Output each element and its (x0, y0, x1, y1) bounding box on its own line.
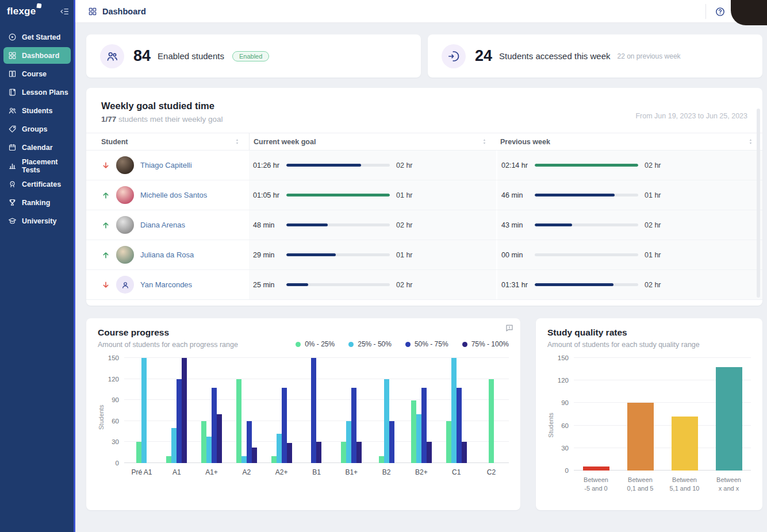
student-name[interactable]: Juliana da Rosa (140, 250, 194, 259)
column-label: Student (101, 138, 128, 146)
table-header: Student Current week goal Previous week (86, 133, 762, 151)
notebook-icon (7, 88, 17, 97)
legend-item-75-100[interactable]: 75% - 100% (462, 340, 509, 348)
grad-cap-icon (7, 217, 17, 226)
column-label: Current week goal (254, 138, 316, 146)
sidebar-scrollbar[interactable] (74, 0, 75, 532)
sidebar-item-dashboard[interactable]: Dashboard (3, 47, 71, 64)
sidebar-nav: Get StartedDashboardCourseLesson PlansSt… (0, 29, 75, 229)
study-quality-chart: Students 0306090120150 Between-5 and 0Be… (547, 358, 751, 493)
bar (236, 379, 241, 463)
sidebar-item-get-started[interactable]: Get Started (3, 29, 71, 45)
bar (182, 358, 187, 463)
goal-progress-cell: 01:31 hr02 hr (496, 270, 762, 299)
bar-group (404, 358, 439, 463)
student-name[interactable]: Michelle dos Santos (140, 191, 207, 199)
bar (201, 421, 206, 463)
bar (356, 442, 362, 463)
weekly-goal-subtitle-text: students met their weekly goal (116, 115, 223, 124)
y-axis-label: Students (547, 358, 555, 493)
sort-icon[interactable] (481, 138, 488, 145)
sidebar-item-label: Students (22, 107, 52, 115)
sidebar-item-university[interactable]: University (3, 213, 71, 229)
bar (171, 428, 177, 463)
x-tick-label: Between0,1 and 5 (618, 476, 662, 493)
bar (177, 379, 182, 463)
column-header-current-week[interactable]: Current week goal (249, 133, 496, 150)
weekly-goal-title: Weekly goal studied time (101, 101, 223, 111)
bar-groups (124, 358, 509, 463)
y-tick-label: 0 (565, 467, 569, 474)
avatar (116, 156, 134, 174)
sidebar-item-course[interactable]: Course (3, 65, 71, 82)
bar-group (707, 358, 751, 471)
progress-bar-track (535, 194, 638, 196)
sidebar-item-certificates[interactable]: Certificates (3, 176, 71, 192)
column-header-student[interactable]: Student (86, 133, 249, 150)
sidebar-item-label: Course (22, 70, 47, 78)
bar (672, 417, 698, 471)
legend-item-50-75[interactable]: 50% - 75% (405, 340, 448, 348)
sidebar-item-calendar[interactable]: Calendar (3, 139, 71, 156)
feedback-icon[interactable] (505, 323, 514, 333)
progress-bar-track (535, 253, 638, 256)
bar-group (439, 358, 474, 463)
goal-progress-cell: 02:14 hr02 hr (496, 151, 762, 180)
sidebar-item-groups[interactable]: Groups (3, 121, 71, 137)
student-name[interactable]: Yan Marcondes (140, 280, 192, 289)
progress-bar-track (286, 194, 390, 196)
sort-icon[interactable] (747, 138, 754, 145)
study-quality-title: Study quality rates (547, 327, 700, 338)
goal-value: 02 hr (396, 221, 413, 229)
bar-group (369, 358, 404, 463)
x-tick-label: Betweenx and x (707, 476, 751, 493)
sidebar-item-students[interactable]: Students (3, 102, 71, 119)
goal-progress-cell: 43 min02 hr (496, 210, 762, 240)
legend-item-25-50[interactable]: 25% - 50% (348, 340, 392, 348)
student-name[interactable]: Diana Arenas (140, 221, 185, 229)
progress-bar-fill (286, 283, 308, 286)
avatar (116, 186, 134, 204)
goal-value: 02 hr (645, 161, 661, 169)
goal-progress-cell: 29 min01 hr (249, 240, 496, 269)
bar (462, 442, 467, 463)
legend-item-0-25[interactable]: 0% - 25% (296, 340, 335, 348)
bar (247, 421, 252, 463)
bar (287, 443, 292, 463)
y-tick-label: 120 (108, 376, 119, 383)
weekly-goal-subtitle: 1/77 students met their weekly goal (101, 115, 223, 124)
sidebar-item-label: Certificates (22, 180, 61, 188)
course-progress-header: Course progress Amount of students for e… (98, 327, 509, 349)
topbar-divider (705, 4, 706, 19)
progress-bar-track (286, 283, 390, 286)
y-tick-label: 30 (561, 445, 569, 452)
studied-time-value: 29 min (253, 251, 286, 259)
sidebar-item-ranking[interactable]: Ranking (3, 194, 71, 211)
enabled-students-card: 84 Enabled students Enabled (86, 34, 421, 78)
studied-time-value: 01:26 hr (253, 161, 286, 169)
charts-row: Course progress Amount of students for e… (86, 318, 762, 510)
progress-bar-fill (535, 223, 572, 226)
student-name[interactable]: Thiago Capitelli (140, 161, 192, 169)
bar (379, 456, 384, 463)
studied-time-value: 01:31 hr (501, 281, 535, 289)
sidebar-item-lesson-plans[interactable]: Lesson Plans (3, 84, 71, 101)
trophy-icon (7, 198, 17, 207)
y-tick-label: 150 (558, 354, 569, 361)
course-progress-card: Course progress Amount of students for e… (86, 318, 520, 510)
help-icon[interactable] (715, 6, 726, 17)
avatar[interactable] (731, 0, 767, 25)
table-scrollbar[interactable] (757, 109, 760, 298)
bar (427, 442, 432, 463)
sort-icon[interactable] (233, 138, 241, 145)
people-icon (7, 106, 17, 115)
progress-bar-fill (286, 194, 390, 196)
sidebar-collapse-icon[interactable] (59, 6, 70, 17)
progress-bar-track (535, 223, 638, 226)
bar (421, 388, 427, 463)
studied-time-value: 43 min (501, 221, 535, 229)
avatar (116, 216, 134, 234)
sidebar-item-label: Calendar (22, 144, 53, 152)
column-header-previous-week[interactable]: Previous week (496, 133, 762, 150)
sidebar-item-placement-tests[interactable]: Placement Tests (3, 157, 71, 174)
